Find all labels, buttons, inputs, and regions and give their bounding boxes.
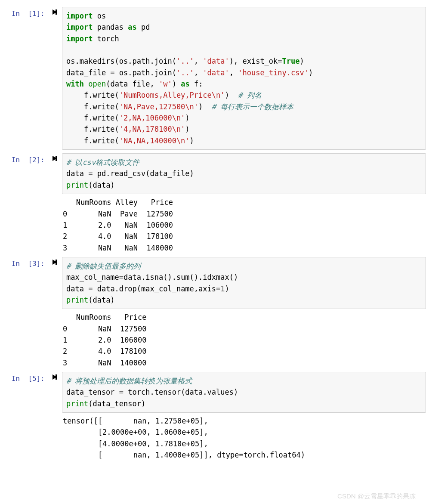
run-cell-icon[interactable]	[52, 9, 57, 15]
code-text[interactable]: # 将预处理后的数据集转换为张量格式 data_tensor = torch.t…	[66, 375, 422, 409]
code-block[interactable]: # 以csv格式读取文件 data = pd.read_csv(data_fil…	[62, 153, 426, 194]
run-button-area	[47, 257, 62, 265]
code-text[interactable]: # 以csv格式读取文件 data = pd.read_csv(data_fil…	[66, 157, 422, 191]
input-prompt: In [1]:	[0, 7, 47, 18]
input-prompt: In [5]:	[0, 372, 47, 383]
run-cell-icon[interactable]	[52, 156, 57, 161]
cell: In [5]:# 将预处理后的数据集转换为张量格式 data_tensor = …	[0, 372, 426, 461]
output-text: NumRooms Alley Price 0 NaN Pave 127500 1…	[62, 194, 426, 254]
jupyter-notebook: In [1]:import os import pandas as pd imp…	[0, 0, 426, 471]
run-button-area	[47, 7, 62, 15]
run-cell-icon[interactable]	[52, 374, 57, 380]
code-text[interactable]: import os import pandas as pd import tor…	[66, 10, 422, 146]
code-block[interactable]: import os import pandas as pd import tor…	[62, 7, 426, 150]
cell: In [3]:# 删除缺失值最多的列 max_col_name=data.isn…	[0, 257, 426, 368]
cell: In [2]:# 以csv格式读取文件 data = pd.read_csv(d…	[0, 153, 426, 254]
code-area: # 将预处理后的数据集转换为张量格式 data_tensor = torch.t…	[62, 372, 426, 461]
code-area: # 以csv格式读取文件 data = pd.read_csv(data_fil…	[62, 153, 426, 254]
output-text: tensor([[ nan, 1.2750e+05], [2.0000e+00,…	[62, 413, 426, 461]
run-button-area	[47, 372, 62, 380]
run-cell-icon[interactable]	[52, 260, 57, 265]
code-area: import os import pandas as pd import tor…	[62, 7, 426, 150]
input-prompt: In [3]:	[0, 257, 47, 268]
output-text: NumRooms Price 0 NaN 127500 1 2.0 106000…	[62, 309, 426, 368]
code-area: # 删除缺失值最多的列 max_col_name=data.isna().sum…	[62, 257, 426, 368]
cell: In [1]:import os import pandas as pd imp…	[0, 7, 426, 150]
code-block[interactable]: # 删除缺失值最多的列 max_col_name=data.isna().sum…	[62, 257, 426, 309]
code-text[interactable]: # 删除缺失值最多的列 max_col_name=data.isna().sum…	[66, 260, 422, 306]
code-block[interactable]: # 将预处理后的数据集转换为张量格式 data_tensor = torch.t…	[62, 372, 426, 413]
input-prompt: In [2]:	[0, 153, 47, 164]
run-button-area	[47, 153, 62, 161]
